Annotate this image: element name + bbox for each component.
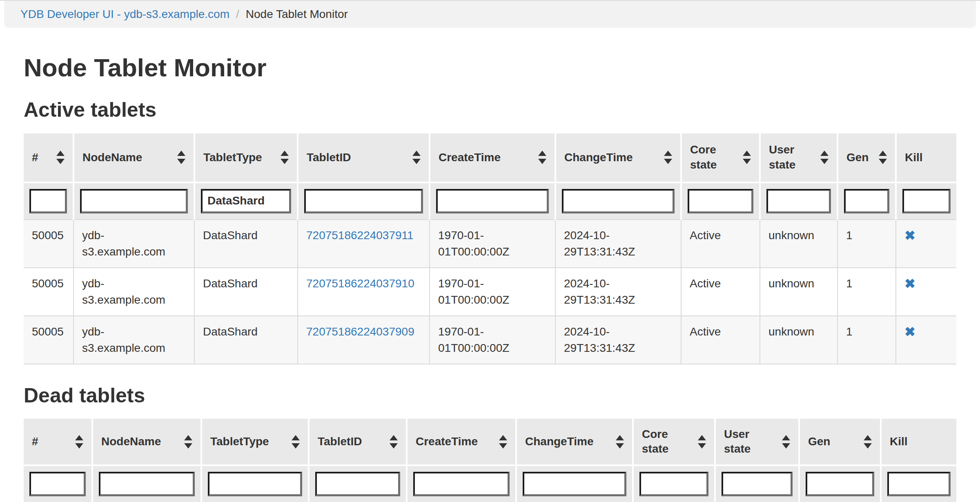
userstate-cell: unknown	[760, 316, 837, 364]
breadcrumb-home-link[interactable]: YDB Developer UI - ydb-s3.example.com	[20, 8, 229, 21]
column-label: CreateTime	[416, 434, 478, 449]
kill-cell: ✖	[896, 268, 956, 316]
column-label: #	[32, 434, 38, 449]
tablet-row: 50005 ydb-s3.example.com DataShard 72075…	[24, 316, 956, 364]
sort-icon	[864, 435, 872, 449]
filter-nodename-input[interactable]	[80, 189, 188, 213]
kill-icon[interactable]: ✖	[904, 324, 915, 339]
column-header-changetime[interactable]: ChangeTime	[555, 133, 681, 182]
dead-filter-row	[24, 465, 956, 502]
changetime-cell: 2024-10-29T13:31:43Z	[555, 220, 681, 268]
sort-icon	[281, 151, 289, 164]
column-header-corestate[interactable]: Core state	[681, 133, 760, 182]
column-header-userstate[interactable]: User state	[760, 133, 837, 182]
column-label: TabletID	[318, 434, 362, 449]
gen-cell: 1	[837, 268, 896, 316]
tablettype-cell: DataShard	[194, 220, 298, 268]
filter-tabletid-input[interactable]	[315, 472, 400, 496]
filter-changetime-input[interactable]	[562, 189, 675, 213]
column-label: #	[32, 150, 38, 165]
column-header-gen[interactable]: Gen	[837, 133, 896, 182]
filter-gen-input[interactable]	[844, 189, 889, 213]
filter-userstate-input[interactable]	[722, 472, 793, 496]
column-header-corestate[interactable]: Core state	[633, 419, 715, 465]
column-header-num[interactable]: #	[24, 133, 74, 182]
column-label: Core state	[690, 142, 739, 172]
column-header-changetime[interactable]: ChangeTime	[516, 419, 633, 465]
column-label: ChangeTime	[564, 150, 633, 165]
filter-corestate-input[interactable]	[639, 472, 708, 496]
filter-gen-input[interactable]	[806, 472, 874, 496]
tablet-id-link[interactable]: 72075186224037910	[306, 277, 414, 290]
dead-tablets-heading: Dead tablets	[24, 384, 956, 408]
column-header-kill[interactable]: Kill	[896, 133, 956, 182]
gen-cell: 1	[837, 220, 896, 268]
filter-nodename-input[interactable]	[99, 472, 195, 496]
column-label: Core state	[642, 427, 694, 457]
filter-num-input[interactable]	[29, 472, 86, 496]
column-label: User state	[724, 427, 778, 457]
tablet-id-link[interactable]: 72075186224037911	[306, 229, 414, 242]
filter-num-input[interactable]	[29, 189, 67, 213]
column-header-userstate[interactable]: User state	[715, 419, 799, 465]
sort-icon	[538, 151, 546, 164]
sort-icon	[743, 151, 751, 164]
sort-icon	[56, 151, 65, 164]
column-header-nodename[interactable]: NodeName	[92, 419, 201, 465]
column-label: NodeName	[101, 434, 161, 449]
userstate-cell: unknown	[760, 268, 837, 316]
column-header-createtime[interactable]: CreateTime	[430, 133, 555, 182]
nodename-cell: ydb-s3.example.com	[74, 316, 194, 364]
column-header-nodename[interactable]: NodeName	[74, 133, 194, 182]
kill-icon[interactable]: ✖	[904, 228, 915, 243]
tablettype-cell: DataShard	[194, 316, 298, 364]
gen-cell: 1	[837, 316, 896, 364]
column-header-createtime[interactable]: CreateTime	[407, 419, 516, 465]
filter-tablettype-input[interactable]	[208, 472, 302, 496]
breadcrumb-current: Node Tablet Monitor	[246, 8, 348, 21]
filter-tablettype-input[interactable]	[201, 189, 291, 213]
column-label: ChangeTime	[525, 434, 594, 449]
filter-kill-input[interactable]	[902, 189, 951, 213]
column-header-kill[interactable]: Kill	[881, 419, 956, 465]
sort-icon	[879, 151, 887, 164]
column-label: TabletID	[307, 150, 351, 165]
column-header-tabletid[interactable]: TabletID	[298, 133, 430, 182]
tablet-id-link[interactable]: 72075186224037909	[306, 325, 414, 338]
changetime-cell: 2024-10-29T13:31:43Z	[555, 268, 681, 316]
filter-changetime-input[interactable]	[523, 472, 626, 496]
column-header-num[interactable]: #	[24, 419, 92, 465]
column-label: Gen	[846, 150, 869, 165]
filter-corestate-input[interactable]	[688, 189, 753, 213]
kill-icon[interactable]: ✖	[904, 276, 915, 291]
column-label: Kill	[905, 150, 923, 165]
column-label: Gen	[808, 434, 830, 449]
filter-createtime-input[interactable]	[413, 472, 510, 496]
column-header-tablettype[interactable]: TabletType	[194, 133, 298, 182]
kill-cell: ✖	[896, 316, 956, 364]
filter-createtime-input[interactable]	[436, 189, 549, 213]
column-label: TabletType	[210, 434, 269, 449]
column-header-gen[interactable]: Gen	[799, 419, 881, 465]
column-header-tabletid[interactable]: TabletID	[309, 419, 407, 465]
filter-tabletid-input[interactable]	[304, 189, 423, 213]
sort-icon	[664, 151, 672, 164]
tablet-row: 50005 ydb-s3.example.com DataShard 72075…	[24, 268, 956, 316]
dead-header-row: # NodeName TabletType TabletID CreateTim…	[24, 419, 956, 465]
column-label: CreateTime	[439, 150, 501, 165]
column-label: TabletType	[203, 150, 262, 165]
active-tablets-heading: Active tablets	[24, 98, 956, 122]
main-content: Node Tablet Monitor Active tablets # Nod…	[0, 53, 980, 502]
sort-icon	[184, 435, 192, 449]
sort-icon	[499, 435, 507, 449]
column-header-tablettype[interactable]: TabletType	[201, 419, 309, 465]
tablet-row: 50005 ydb-s3.example.com DataShard 72075…	[24, 220, 956, 268]
active-header-row: # NodeName TabletType TabletID CreateTim…	[24, 133, 956, 182]
num-cell: 50005	[24, 220, 74, 268]
filter-kill-input[interactable]	[887, 472, 951, 496]
sort-icon	[177, 151, 185, 164]
filter-userstate-input[interactable]	[766, 189, 831, 213]
sort-icon	[292, 435, 300, 449]
column-label: User state	[769, 142, 816, 172]
createtime-cell: 1970-01-01T00:00:00Z	[430, 268, 555, 316]
